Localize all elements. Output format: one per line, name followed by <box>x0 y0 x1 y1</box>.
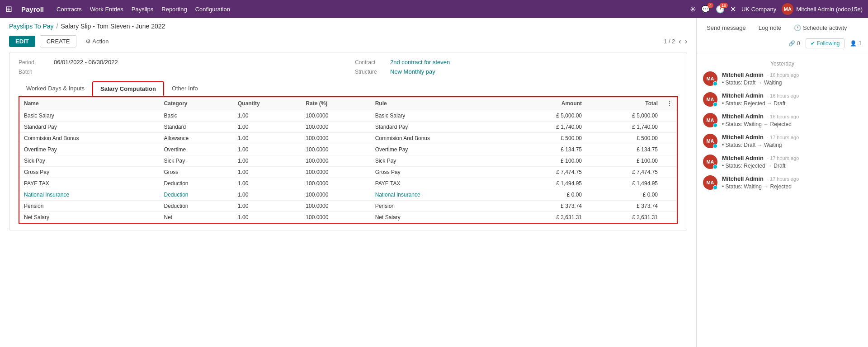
tab-other-info[interactable]: Other Info <box>164 81 206 96</box>
cell-rule: Overtime Pay <box>371 144 511 155</box>
msg-author: Mitchell Admin <box>722 134 764 141</box>
create-button[interactable]: CREATE <box>40 35 77 47</box>
message-item: MA Mitchell Admin · 16 hours ago • Statu… <box>703 92 862 107</box>
table-row[interactable]: Commision And Bonus Allowance 1.00 100.0… <box>19 133 677 144</box>
tab-salary-computation[interactable]: Salary Computation <box>92 81 164 96</box>
arrow-icon: → <box>757 142 764 148</box>
table-row[interactable]: Gross Pay Gross 1.00 100.0000 Gross Pay … <box>19 167 677 178</box>
msg-body: • Status: Rejected → Draft <box>722 163 862 169</box>
check-icon: ✔ <box>811 40 815 47</box>
schedule-activity-button[interactable]: 🕐 Schedule activity <box>790 23 850 33</box>
cell-options <box>662 167 677 178</box>
status-to: Draft <box>774 163 785 169</box>
table-header-row: Name Category Quantity Rate (%) Rule Amo… <box>19 97 677 110</box>
cell-amount: £ 1,494.95 <box>510 178 586 189</box>
main-area: Payslips To Pay / Salary Slip - Tom Stev… <box>0 18 696 347</box>
nav-work-entries[interactable]: Work Entries <box>90 6 123 13</box>
cell-category: Gross <box>160 167 234 178</box>
topnav: ⊞ Payroll Contracts Work Entries Payslip… <box>0 0 868 18</box>
right-panel: Send message Log note 🕐 Schedule activit… <box>696 18 868 347</box>
table-row[interactable]: Sick Pay Sick Pay 1.00 100.0000 Sick Pay… <box>19 155 677 167</box>
bug-icon[interactable]: ✳ <box>690 5 696 14</box>
cell-category: Sick Pay <box>160 155 234 167</box>
cell-rate: 100.0000 <box>301 189 370 201</box>
cell-name: Net Salary <box>19 212 160 223</box>
cell-options <box>662 212 677 223</box>
topnav-right: ✳ 💬4 🕐16 ✕ UK Company MA Mitchell Admin … <box>690 3 863 15</box>
col-name: Name <box>19 97 160 110</box>
nav-reporting[interactable]: Reporting <box>161 6 187 13</box>
structure-value[interactable]: New Monthly pay <box>390 68 435 75</box>
pager-prev[interactable]: ‹ <box>679 38 681 46</box>
table-row[interactable]: Overtime Pay Overtime 1.00 100.0000 Over… <box>19 144 677 155</box>
table-row[interactable]: National Insurance Deduction 1.00 100.00… <box>19 189 677 201</box>
chat-icon[interactable]: 💬4 <box>701 5 710 14</box>
cell-amount: £ 500.00 <box>510 133 586 144</box>
contract-label: Contract <box>355 59 387 66</box>
pager-next[interactable]: › <box>685 38 687 46</box>
cell-category: Standard <box>160 122 234 133</box>
table-row[interactable]: Pension Deduction 1.00 100.0000 Pension … <box>19 201 677 212</box>
cell-name: Overtime Pay <box>19 144 160 155</box>
table-row[interactable]: Net Salary Net 1.00 100.0000 Net Salary … <box>19 212 677 223</box>
nav-configuration[interactable]: Configuration <box>195 6 230 13</box>
edit-button[interactable]: EDIT <box>9 36 35 47</box>
status-from: Draft <box>744 142 755 148</box>
cell-category: Deduction <box>160 201 234 212</box>
col-rate: Rate (%) <box>301 97 370 110</box>
msg-author: Mitchell Admin <box>722 113 764 120</box>
user-menu[interactable]: MA Mitchell Admin (odoo15e) <box>782 3 863 15</box>
msg-header: Mitchell Admin · 17 hours ago <box>722 175 862 182</box>
cell-amount: £ 100.00 <box>510 155 586 167</box>
cell-rate: 100.0000 <box>301 178 370 189</box>
tab-worked-days[interactable]: Worked Days & Inputs <box>19 81 92 96</box>
msg-content: Mitchell Admin · 17 hours ago • Status: … <box>722 134 862 148</box>
msg-header: Mitchell Admin · 16 hours ago <box>722 71 862 78</box>
send-message-button[interactable]: Send message <box>703 23 750 33</box>
cell-total: £ 3,631.31 <box>586 212 662 223</box>
close-icon[interactable]: ✕ <box>730 5 736 14</box>
arrow-icon: → <box>757 80 764 86</box>
moon-icon[interactable]: 🕐16 <box>716 5 725 14</box>
user-label: Mitchell Admin (odoo15e) <box>796 6 863 13</box>
structure-field: Structure New Monthly pay <box>355 68 678 75</box>
msg-body: • Status: Rejected → Draft <box>722 100 862 107</box>
log-note-button[interactable]: Log note <box>755 23 785 33</box>
period-label: Period <box>19 59 50 66</box>
msg-header: Mitchell Admin · 16 hours ago <box>722 113 862 120</box>
avatar-dot <box>713 144 717 148</box>
grid-icon[interactable]: ⊞ <box>5 4 12 14</box>
cell-category: Deduction <box>160 189 234 201</box>
msg-body: • Status: Waiting → Rejected <box>722 121 862 127</box>
message-item: MA Mitchell Admin · 16 hours ago • Statu… <box>703 71 862 86</box>
cell-rate: 100.0000 <box>301 110 370 122</box>
following-button[interactable]: ✔ Following <box>806 38 845 48</box>
msg-content: Mitchell Admin · 17 hours ago • Status: … <box>722 155 862 169</box>
form-fields: Period 06/01/2022 - 06/30/2022 Contract … <box>19 59 678 75</box>
action-button[interactable]: ⚙ Action <box>81 36 113 47</box>
contract-value[interactable]: 2nd contract for steven <box>390 59 450 66</box>
nav-links: Contracts Work Entries Payslips Reportin… <box>57 6 683 13</box>
status-to: Draft <box>774 100 785 107</box>
cell-name: Gross Pay <box>19 167 160 178</box>
cell-total: £ 100.00 <box>586 155 662 167</box>
contract-field: Contract 2nd contract for steven <box>355 59 678 66</box>
cell-amount: £ 134.75 <box>510 144 586 155</box>
nav-payslips[interactable]: Payslips <box>132 6 153 13</box>
cell-quantity: 1.00 <box>233 189 301 201</box>
cell-total: £ 373.74 <box>586 201 662 212</box>
breadcrumb-parent[interactable]: Payslips To Pay <box>9 23 54 30</box>
table-row[interactable]: Standard Pay Standard 1.00 100.0000 Stan… <box>19 122 677 133</box>
moon-badge: 16 <box>720 3 728 8</box>
table-row[interactable]: Basic Salary Basic 1.00 100.0000 Basic S… <box>19 110 677 122</box>
cell-name: Basic Salary <box>19 110 160 122</box>
avatar-dot <box>713 123 717 127</box>
cell-rate: 100.0000 <box>301 201 370 212</box>
cell-options <box>662 189 677 201</box>
followers-count: 🔗 0 <box>788 40 800 47</box>
nav-contracts[interactable]: Contracts <box>57 6 82 13</box>
cell-quantity: 1.00 <box>233 110 301 122</box>
link-icon: 🔗 <box>788 40 795 47</box>
msg-author: Mitchell Admin <box>722 155 764 161</box>
table-row[interactable]: PAYE TAX Deduction 1.00 100.0000 PAYE TA… <box>19 178 677 189</box>
